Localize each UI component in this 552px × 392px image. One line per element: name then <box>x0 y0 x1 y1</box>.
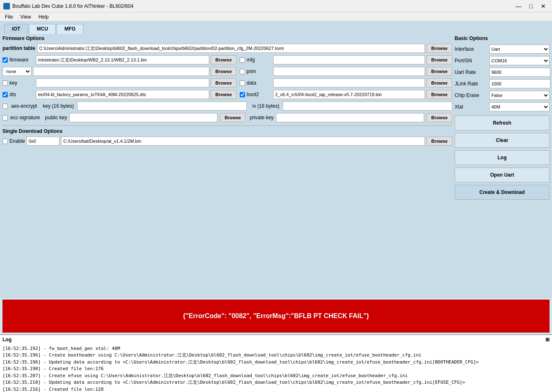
aes-iv-input[interactable] <box>283 102 452 111</box>
menubar: File View Help <box>0 12 552 21</box>
menu-view[interactable]: View <box>17 13 34 21</box>
port-sn-row: Port/SN COM16 <box>455 56 550 65</box>
log-line: [16:52:35.198] - Created file len:176 <box>2 366 550 373</box>
firmware-browse[interactable]: Browse <box>211 55 236 64</box>
error-banner: {"ErrorCode": "0082", "ErrorMsg":"BFLB P… <box>2 300 550 333</box>
boot2-input[interactable] <box>273 90 425 99</box>
log-content[interactable]: [16:52:35.174] - Write flash img[16:52:3… <box>2 344 550 392</box>
dts-browse[interactable]: Browse <box>211 90 236 99</box>
tab-mfg[interactable]: MFG <box>57 24 83 34</box>
ecc-checkbox[interactable] <box>2 115 8 120</box>
single-download-section: Single Download Options Enable Browse <box>2 125 452 146</box>
tab-iot[interactable]: IOT <box>4 24 28 34</box>
dts-input[interactable] <box>36 90 209 99</box>
single-enable-checkbox[interactable] <box>2 139 8 144</box>
tab-mcu[interactable]: MCU <box>29 24 56 34</box>
firmware-checkbox[interactable] <box>2 57 8 63</box>
firmware-row: firmware Browse mfg Browse <box>2 55 452 64</box>
psm-item: psm Browse <box>240 67 452 76</box>
none-browse[interactable]: Browse <box>211 67 236 76</box>
aes-key-label: key (16 bytes) <box>43 103 74 109</box>
xtal-label: Xtal <box>455 104 488 110</box>
create-download-button[interactable]: Create & Download <box>455 185 550 200</box>
dts-label: dts <box>9 92 34 97</box>
log-line: [16:52:35.196] - Create bootheader using… <box>2 352 550 359</box>
row3: none Browse psm Browse <box>2 67 452 76</box>
jlink-rate-input[interactable] <box>489 79 550 88</box>
priv-key-browse[interactable]: Browse <box>427 113 452 122</box>
clear-button[interactable]: Clear <box>455 133 550 148</box>
log-line: [16:52:35.210] - Updating data according… <box>2 379 550 386</box>
single-browse[interactable]: Browse <box>427 137 452 146</box>
open-uart-button[interactable]: Open Uart <box>455 168 550 182</box>
data-browse[interactable]: Browse <box>427 78 452 87</box>
key-label: key <box>9 80 34 86</box>
aes-row: aes-encrypt key (16 bytes) iv (16 bytes) <box>2 102 452 111</box>
menu-file[interactable]: File <box>2 13 16 21</box>
pub-key-browse[interactable]: Browse <box>220 113 245 122</box>
xtal-select[interactable]: 40M 26M 32M 38.4M 24M <box>489 102 550 111</box>
log-button[interactable]: Log <box>455 150 550 165</box>
single-address-input[interactable] <box>26 137 59 146</box>
data-checkbox[interactable] <box>240 80 245 86</box>
single-download-title: Single Download Options <box>2 128 452 134</box>
interface-select[interactable]: Uart JLink OpenOCD <box>489 45 550 54</box>
data-label: data <box>247 80 271 86</box>
key-data-row: key Browse data Browse <box>2 78 452 87</box>
single-file-input[interactable] <box>61 137 425 146</box>
ecc-row: ecc-signature public key Browse private … <box>2 113 452 122</box>
priv-key-input[interactable] <box>276 113 424 122</box>
firmware-input[interactable] <box>36 55 209 64</box>
log-section: Log ⊞ [16:52:35.174] - Write flash img[1… <box>0 334 552 392</box>
interface-row: Interface Uart JLink OpenOCD <box>455 45 550 54</box>
close-button[interactable]: ✕ <box>538 2 549 10</box>
mfg-checkbox[interactable] <box>240 57 245 63</box>
key-input[interactable] <box>36 78 209 87</box>
port-sn-select[interactable]: COM16 <box>489 56 550 65</box>
firmware-item: firmware Browse <box>2 55 236 64</box>
uart-rate-label: Uart Rate <box>455 69 488 75</box>
key-checkbox[interactable] <box>2 80 8 86</box>
boot2-checkbox[interactable] <box>240 92 245 97</box>
aes-checkbox[interactable] <box>2 104 8 109</box>
left-panel: Firmware Options partition table Browse … <box>2 35 452 295</box>
key-browse[interactable]: Browse <box>211 78 236 87</box>
boot2-label: boot2 <box>247 92 271 97</box>
mfg-label: mfg <box>247 57 271 63</box>
maximize-button[interactable]: □ <box>526 2 536 10</box>
jlink-rate-row: JLink Rate <box>455 79 550 88</box>
data-input[interactable] <box>273 78 425 87</box>
titlebar-title: Bouffalo Lab Dev Cube 1.8.0 for AiThinke… <box>12 3 133 9</box>
psm-browse[interactable]: Browse <box>427 67 452 76</box>
pub-key-input[interactable] <box>69 113 217 122</box>
partition-table-input[interactable] <box>37 44 425 53</box>
refresh-button[interactable]: Refresh <box>455 116 550 130</box>
log-expand-icon[interactable]: ⊞ <box>545 337 550 342</box>
jlink-rate-label: JLink Rate <box>455 81 488 87</box>
none-input[interactable] <box>33 67 209 76</box>
single-enable-label: Enable <box>9 138 25 144</box>
none-select[interactable]: none <box>2 67 31 76</box>
interface-label: Interface <box>455 46 488 52</box>
aes-key-input[interactable] <box>77 102 247 111</box>
partition-table-browse[interactable]: Browse <box>427 44 452 53</box>
priv-key-label: private key <box>250 115 274 120</box>
partition-table-row: partition table Browse <box>2 44 452 53</box>
firmware-label: firmware <box>9 57 34 63</box>
tabs-bar: IOT MCU MFG <box>0 21 552 34</box>
dts-checkbox[interactable] <box>2 92 8 97</box>
uart-rate-input[interactable] <box>489 68 550 77</box>
log-line: [16:52:35.196] - Updating data according… <box>2 359 550 366</box>
mfg-item: mfg Browse <box>240 55 452 64</box>
psm-input[interactable] <box>273 67 425 76</box>
mfg-browse[interactable]: Browse <box>427 55 452 64</box>
mfg-input[interactable] <box>273 55 425 64</box>
psm-checkbox[interactable] <box>240 69 245 74</box>
menu-help[interactable]: Help <box>35 13 52 21</box>
titlebar: Bouffalo Lab Dev Cube 1.8.0 for AiThinke… <box>0 0 552 12</box>
boot2-browse[interactable]: Browse <box>427 90 452 99</box>
log-line: [16:52:35.207] - Create efuse using C:\U… <box>2 373 550 380</box>
basic-options-title: Basic Options <box>455 35 550 41</box>
chip-erase-select[interactable]: False True <box>489 91 550 100</box>
minimize-button[interactable]: — <box>513 2 524 10</box>
